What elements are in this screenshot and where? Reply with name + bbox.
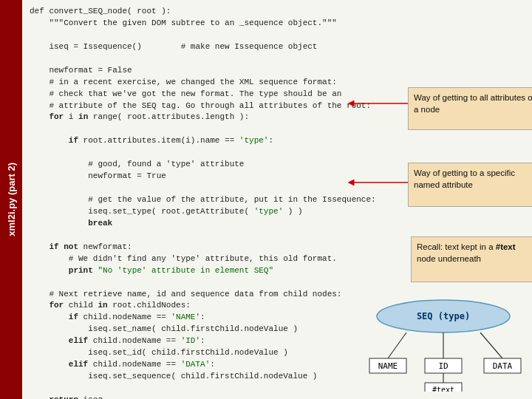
svg-text:#text: #text (432, 386, 454, 392)
code-line: iseq.set_type( root.getAttribute( 'type'… (30, 206, 525, 218)
svg-text:NAME: NAME (378, 361, 398, 371)
sidebar: xml2i.py (part 2) (0, 0, 22, 399)
diagram-area: SEQ (type) NAME ID DATA (362, 296, 525, 392)
svg-line-4 (388, 332, 406, 358)
code-line (30, 147, 525, 159)
arrow-named-attribute (347, 175, 414, 190)
code-line: break (30, 218, 525, 230)
svg-text:SEQ (type): SEQ (type) (417, 311, 470, 321)
code-line: return iseq (30, 395, 525, 399)
code-line: if root.attributes.item(i).name == 'type… (30, 135, 525, 147)
code-line (30, 53, 525, 65)
diagram-svg: SEQ (type) NAME ID DATA (362, 296, 525, 392)
code-line (30, 30, 525, 41)
content-area: def convert_SEQ_node( root ): """Convert… (22, 0, 532, 399)
callout-text-node: Recall: text kept in a #text node undern… (411, 236, 532, 282)
svg-text:DATA: DATA (493, 361, 513, 371)
sidebar-label: xml2i.py (part 2) (6, 163, 17, 236)
arrow-attributes (347, 96, 414, 111)
code-line: """Convert the given DOM subtree to an _… (30, 18, 525, 30)
callout-named-attribute: Way of getting to a specific named attri… (408, 163, 532, 207)
callout-attributes: Way of getting to all attributes of a no… (408, 87, 532, 130)
main-container: xml2i.py (part 2) def convert_SEQ_node( … (0, 0, 532, 399)
code-line: iseq = Issequence() # make new Issequenc… (30, 41, 525, 53)
code-line: newformat = False (30, 65, 525, 77)
svg-text:ID: ID (438, 361, 448, 371)
code-line: def convert_SEQ_node( root ): (30, 6, 525, 18)
svg-line-6 (480, 332, 502, 358)
